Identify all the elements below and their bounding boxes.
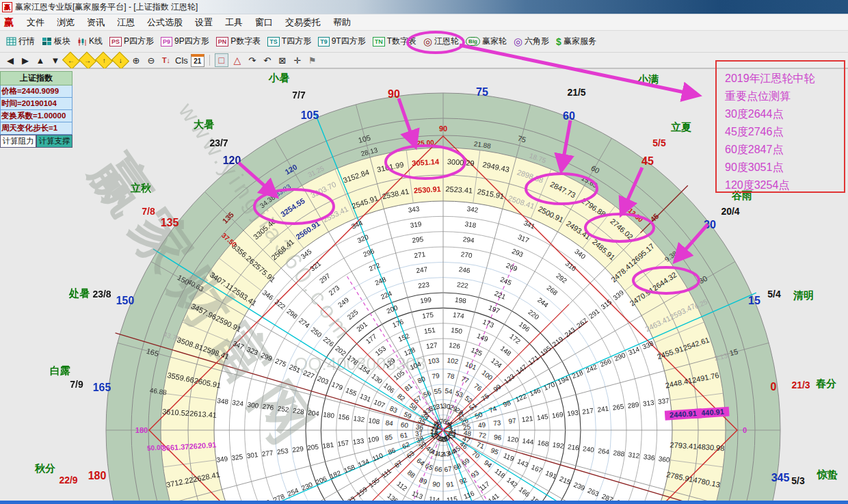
svg-text:192: 192 — [552, 441, 564, 450]
note-line-2: 30度2644点 — [725, 105, 837, 123]
move-tool-button[interactable]: ✛ — [291, 54, 304, 66]
menu-item-资讯[interactable]: 资讯 — [87, 16, 105, 29]
menu-item-设置[interactable]: 设置 — [195, 16, 213, 29]
svg-text:150: 150 — [451, 326, 463, 335]
svg-text:126: 126 — [449, 341, 461, 350]
svg-text:312: 312 — [628, 451, 640, 460]
calc-support-button[interactable]: 计算支撑 — [36, 135, 72, 148]
svg-text:318: 318 — [464, 220, 477, 229]
svg-text:立秋: 立秋 — [130, 182, 152, 194]
rotate-cw-button[interactable]: ↷ — [246, 54, 259, 66]
svg-text:169: 169 — [551, 410, 564, 419]
quotes-button-label: 行情 — [18, 36, 35, 47]
menu-item-浏览[interactable]: 浏览 — [57, 16, 75, 29]
gann-wheel-button[interactable]: ◎江恩轮 — [423, 36, 459, 47]
p-number-table-button[interactable]: PNP数字表 — [216, 36, 261, 47]
hexagon-button-label: 六角形 — [525, 36, 549, 47]
menu-item-工具[interactable]: 工具 — [225, 16, 243, 29]
winner-wheel-button[interactable]: Big赢家轮 — [466, 36, 507, 47]
svg-text:78: 78 — [447, 372, 455, 380]
p-square-button-label: P四方形 — [124, 36, 154, 47]
menu-item-交易委托[interactable]: 交易委托 — [285, 16, 321, 29]
menu-item-公式选股[interactable]: 公式选股 — [147, 16, 183, 29]
dollar-icon: $ — [556, 36, 561, 47]
shift-right-button[interactable]: → — [79, 51, 96, 69]
close-box-button[interactable]: ⊠ — [276, 54, 289, 66]
svg-text:5/4: 5/4 — [767, 289, 781, 300]
svg-text:7/7: 7/7 — [292, 90, 306, 101]
cls-button[interactable]: Cls — [175, 54, 188, 66]
svg-text:7/8: 7/8 — [142, 206, 155, 217]
panel-row-0: 价格=2440.9099 — [0, 85, 72, 98]
svg-text:108: 108 — [368, 416, 380, 425]
svg-text:180: 180 — [323, 410, 335, 419]
svg-text:61: 61 — [399, 431, 408, 439]
menu-item-窗口[interactable]: 窗口 — [255, 16, 273, 29]
svg-text:5/5: 5/5 — [652, 137, 666, 148]
box-icon: PS — [109, 37, 122, 47]
svg-text:229: 229 — [291, 445, 304, 453]
p-square-button[interactable]: PSP四方形 — [109, 36, 154, 47]
9p-square-button[interactable]: P99P四方形 — [161, 36, 209, 47]
square-tool-button[interactable]: □ — [215, 53, 228, 67]
kline-button-label: K线 — [89, 36, 103, 47]
t-square-button[interactable]: TST四方形 — [267, 36, 311, 47]
nav-up-button[interactable]: ▲ — [34, 54, 47, 66]
svg-text:127: 127 — [425, 341, 438, 350]
zoom-out-button[interactable]: ⊖ — [145, 54, 157, 66]
svg-text:133: 133 — [352, 437, 365, 446]
svg-text:165: 165 — [93, 382, 111, 393]
triangle-tool-button[interactable]: △ — [231, 54, 243, 66]
blocks-icon — [42, 37, 52, 46]
kline-button[interactable]: K线 — [77, 36, 103, 47]
menu-item-帮助[interactable]: 帮助 — [333, 16, 351, 29]
hexagon-button[interactable]: ◎六角形 — [514, 36, 549, 47]
box-icon: PN — [216, 37, 229, 47]
zoom-in-button[interactable]: ⊕ — [130, 54, 142, 66]
svg-text:217: 217 — [582, 407, 594, 416]
panel-row-1: 时间=20190104 — [0, 98, 72, 110]
quotes-button[interactable]: 行情 — [6, 36, 35, 47]
time-down-button[interactable]: T↓ — [160, 54, 172, 66]
svg-text:84: 84 — [385, 419, 394, 427]
svg-text:54: 54 — [445, 387, 453, 395]
calc-resistance-button[interactable]: 计算阻力 — [0, 135, 36, 148]
svg-text:97: 97 — [508, 416, 517, 425]
svg-text:120: 120 — [223, 155, 241, 166]
svg-text:343: 343 — [408, 205, 420, 214]
svg-text:337: 337 — [657, 397, 670, 406]
svg-text:294: 294 — [462, 235, 475, 244]
flag-tool-button[interactable]: ⚑ — [306, 54, 319, 66]
svg-text:360: 360 — [658, 455, 670, 464]
svg-text:264: 264 — [598, 447, 610, 455]
menu-item-江恩[interactable]: 江恩 — [117, 16, 135, 29]
shift-down-button[interactable]: ↓ — [111, 51, 129, 69]
svg-text:白露: 白露 — [50, 364, 70, 376]
svg-text:立夏: 立夏 — [670, 121, 691, 133]
svg-text:60: 60 — [563, 110, 575, 122]
sectors-button[interactable]: 板块 — [42, 36, 70, 47]
9t-square-button[interactable]: T99T四方形 — [318, 36, 366, 47]
rotate-ccw-button[interactable]: ↶ — [261, 54, 274, 66]
t-number-table-button[interactable]: TNT数字表 — [373, 36, 416, 47]
menu-item-文件[interactable]: 文件 — [27, 16, 44, 29]
svg-text:惊蛰: 惊蛰 — [817, 468, 838, 480]
svg-text:157: 157 — [337, 439, 349, 448]
svg-text:324: 324 — [232, 399, 244, 408]
winner-service-button[interactable]: $赢家服务 — [556, 36, 596, 47]
gann-wheel-button-label: 江恩轮 — [434, 36, 459, 47]
nav-down-button[interactable]: ▼ — [49, 54, 62, 66]
shift-left-button[interactable]: ← — [62, 51, 80, 69]
svg-text:216: 216 — [567, 442, 579, 451]
brand-logo: 赢 — [4, 16, 14, 29]
svg-text:23/7: 23/7 — [209, 137, 228, 148]
nav-left-button[interactable]: ◀ — [4, 54, 16, 66]
shift-up-button[interactable]: ↑ — [95, 51, 113, 69]
nav-right-button[interactable]: ▶ — [19, 54, 31, 66]
target-icon: ◎ — [514, 37, 522, 47]
calendar-button[interactable]: 21 — [191, 54, 204, 67]
svg-text:342: 342 — [466, 205, 479, 214]
svg-text:345: 345 — [771, 472, 790, 483]
svg-text:45: 45 — [641, 155, 654, 167]
svg-text:121: 121 — [521, 414, 533, 423]
